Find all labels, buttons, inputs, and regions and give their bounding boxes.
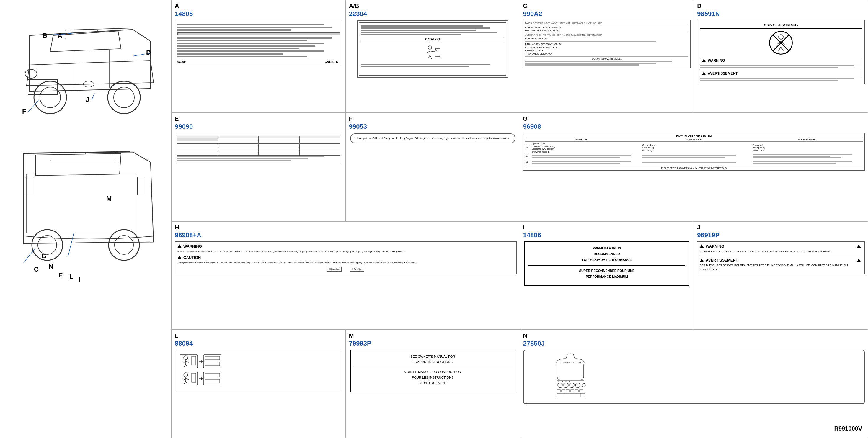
svg-rect-60 [204,355,221,368]
sticker-G: HOW TO USE 4WD SYSTEM AT STOP OR WHILE D… [523,133,865,170]
svg-point-79 [576,383,580,387]
part-number-N: 27850J [523,340,865,347]
svg-rect-95 [557,394,585,397]
svg-rect-85 [575,389,578,392]
svg-point-33 [428,46,432,49]
part-label-D: D [697,3,865,9]
reference-code: R991000V [834,425,862,432]
svg-rect-57 [192,356,196,365]
part-number-AB: 22304 [349,10,517,18]
label-M-bottom: M [106,195,112,202]
svg-point-2 [34,81,66,114]
svg-rect-62 [205,362,220,366]
svg-rect-86 [579,389,583,392]
sticker-C: PARTSCONTENTINFORMATIONAMERICANAUTOMOBIL… [523,20,691,68]
svg-point-77 [564,383,568,387]
label-N-bottom: N [49,263,54,270]
part-label-I: I [523,224,691,231]
svg-rect-19 [27,174,136,233]
svg-point-78 [569,383,574,387]
part-number-M: 79993P [349,340,517,347]
svg-line-66 [183,378,186,380]
part-label-C: C [523,3,691,9]
part-cell-A: A 14805 08000 [172,0,346,113]
sticker-F: Never put out Oil Level Gauge while fill… [350,133,516,144]
sticker-E [175,133,342,164]
part-number-D: 98591N [697,10,865,18]
part-cell-I: I 14806 PREMIUM FUEL IS RECOMMENDED FOR … [520,221,694,330]
svg-rect-82 [562,389,565,392]
svg-line-53 [183,361,186,363]
svg-point-51 [184,356,188,360]
right-panel: A 14805 08000 [171,0,868,438]
svg-rect-83 [566,389,569,392]
sticker-A-bottom: 08000 CATALYST [178,59,340,63]
svg-rect-50 [180,355,197,368]
sticker-A: 08000 CATALYST [175,20,342,66]
part-number-F: 99053 [349,123,517,130]
svg-point-76 [558,383,562,387]
svg-line-35 [427,51,430,53]
svg-line-56 [186,364,187,367]
sticker-I: PREMIUM FUEL IS RECOMMENDED FOR MAXIMUM … [524,242,690,286]
svg-point-64 [184,373,188,377]
part-cell-F: F 99053 Never put out Oil Level Gauge wh… [346,113,520,221]
svg-line-36 [430,51,433,52]
part-cell-H: H 96908+A WARNING If the Driving Assist … [172,221,520,330]
svg-point-4 [108,81,140,114]
svg-line-46 [779,46,781,51]
part-cell-D: D 98591N SRS SIDE AIRBAG [694,0,868,113]
parts-grid: A 14805 08000 [172,0,868,438]
svg-rect-21 [137,177,146,195]
sticker-D: SRS SIDE AIRBAG [697,20,865,85]
svg-line-67 [186,378,189,380]
svg-line-55 [184,364,186,367]
label-C-bottom: C [34,265,39,273]
label-L-bottom: L [69,273,73,281]
svg-marker-72 [202,377,204,380]
svg-text:CONTROL: CONTROL [572,361,582,363]
svg-point-42 [779,34,783,39]
svg-rect-73 [204,372,221,385]
part-number-H: 96908+A [175,231,517,239]
sticker-AB: CATALYST [357,20,508,78]
part-label-H: H [175,224,517,231]
svg-rect-39 [435,49,440,57]
part-number-E: 99090 [175,123,342,130]
label-D: D [146,49,151,56]
sticker-N: CLIMATE CONTROL ▼ ▼ ▼ ▼ [523,350,865,404]
svg-text:▼: ▼ [562,381,563,382]
part-number-J: 96919P [697,231,865,239]
part-cell-L: L 88094 [172,330,346,438]
part-label-L: L [175,332,342,339]
label-J-top: J [86,96,89,103]
svg-point-1 [25,69,37,78]
vehicle-diagram-top: B A D F J [6,6,165,130]
label-B: B [43,32,48,39]
part-label-M: M [349,332,517,339]
svg-line-69 [186,381,187,384]
sticker-H: WARNING If the Driving Assist Indicator … [175,242,517,274]
vehicle-svg-rear [6,136,168,265]
svg-line-37 [428,55,430,59]
svg-line-18 [92,93,94,100]
part-label-N: N [523,332,865,339]
part-label-G: G [523,116,865,122]
part-number-G: 96908 [523,123,865,130]
svg-marker-59 [202,361,204,363]
svg-rect-0 [28,80,58,94]
part-number-I: 14806 [523,231,691,239]
svg-point-41 [435,49,437,51]
sticker-J: WARNING SERIOUS INJURY COULD RESULT IF C… [697,242,865,275]
svg-line-47 [781,46,783,51]
part-cell-M: M 79993P SEE OWNER'S MANUAL FOR LOADING … [346,330,520,438]
svg-point-5 [114,87,134,108]
sticker-M: SEE OWNER'S MANUAL FOR LOADING INSTRUCTI… [350,350,516,392]
part-number-C: 990A2 [523,10,691,18]
svg-text:▼: ▼ [569,381,570,382]
svg-point-80 [582,383,585,387]
part-cell-E: E 99090 [172,113,346,221]
svg-rect-63 [180,372,197,385]
part-cell-J: J 96919P WARNING SERIOUS INJURY COULD RE… [694,221,868,330]
label-G-bottom: G [41,252,46,260]
